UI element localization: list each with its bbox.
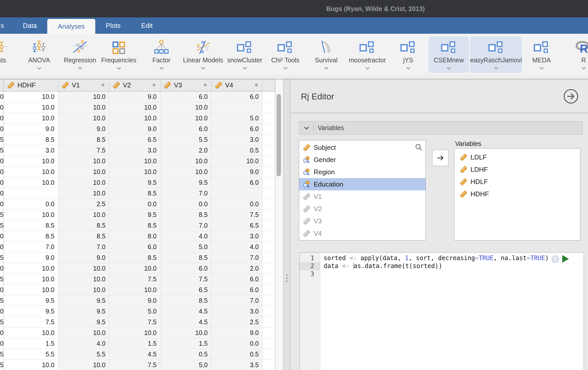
table-cell[interactable]: 10.0 — [109, 113, 160, 124]
table-cell[interactable]: 10.0 — [58, 274, 109, 285]
table-cell[interactable]: 7.0 — [211, 252, 263, 263]
table-cell[interactable]: 10.0 — [160, 328, 211, 338]
table-cell[interactable]: 5.0 — [211, 113, 263, 124]
table-cell[interactable]: 10.0 — [58, 177, 109, 188]
empty-cell[interactable] — [263, 177, 275, 188]
table-cell[interactable]: 8.5 — [160, 252, 211, 263]
empty-cell[interactable] — [263, 328, 275, 338]
table-cell[interactable]: 10.0 — [58, 263, 109, 274]
table-cell[interactable]: 8.0 — [109, 231, 160, 242]
table-cell[interactable]: 10.0 — [109, 102, 160, 113]
table-cell[interactable]: 9.5 — [160, 177, 211, 188]
table-cell[interactable]: 5.0 — [160, 360, 211, 370]
empty-cell[interactable] — [263, 252, 275, 263]
table-cell[interactable]: 8.5 — [58, 220, 109, 231]
empty-cell[interactable] — [263, 274, 275, 285]
table-cell[interactable]: 10.0 — [58, 102, 109, 113]
table-cell[interactable]: 6.0 — [160, 91, 211, 102]
column-header-v2[interactable]: V2 — [109, 79, 160, 91]
table-cell[interactable]: 9.0 — [109, 295, 160, 306]
clipped-cell[interactable]: 0 — [0, 156, 4, 167]
table-cell[interactable]: 9.5 — [58, 306, 109, 317]
table-cell[interactable]: 4.5 — [160, 306, 211, 317]
table-cell[interactable]: 9.5 — [4, 295, 58, 306]
target-variable-ldlf[interactable]: LDLF — [454, 151, 580, 163]
column-header-v1[interactable]: V1 — [58, 79, 109, 91]
table-cell[interactable]: 2.5 — [211, 317, 263, 328]
table-cell[interactable]: 6.0 — [109, 242, 160, 252]
table-cell[interactable]: 7.0 — [211, 295, 263, 306]
empty-cell[interactable] — [263, 91, 275, 102]
table-cell[interactable]: 9.0 — [211, 167, 263, 177]
empty-cell[interactable] — [263, 156, 275, 167]
table-cell[interactable]: 6.0 — [211, 91, 263, 102]
clipped-cell[interactable]: 0 — [0, 124, 4, 134]
clipped-cell[interactable]: 0 — [0, 263, 4, 274]
table-cell[interactable]: 10.0 — [4, 263, 58, 274]
table-cell[interactable]: 7.0 — [160, 220, 211, 231]
code-editor[interactable]: 123 sorted <- apply(data, 1, sort, decre… — [299, 252, 584, 370]
table-cell[interactable]: 2.0 — [211, 263, 263, 274]
clipped-cell[interactable]: 0 — [0, 231, 4, 242]
empty-cell[interactable] — [263, 145, 275, 156]
code-line-3[interactable] — [321, 270, 583, 278]
table-cell[interactable]: 7.0 — [58, 242, 109, 252]
table-cell[interactable]: 7.5 — [4, 317, 58, 328]
column-header-v4[interactable]: V4 — [211, 79, 263, 91]
tab-plots[interactable]: Plots — [100, 17, 126, 34]
move-variable-button[interactable] — [432, 150, 449, 166]
table-cell[interactable]: 5.5 — [4, 349, 58, 360]
code-line-2[interactable]: data <- as.data.frame(t(sorted)) — [321, 262, 583, 270]
table-cell[interactable]: 7.5 — [109, 317, 160, 328]
table-cell[interactable]: 10.0 — [4, 167, 58, 177]
table-cell[interactable]: 8.5 — [4, 134, 58, 145]
table-cell[interactable]: 4.0 — [58, 338, 109, 349]
clipped-cell[interactable]: 5 — [0, 360, 4, 370]
tab-edit[interactable]: Edit — [133, 17, 161, 34]
clipped-cell[interactable]: 0 — [0, 177, 4, 188]
table-cell[interactable]: 8.5 — [109, 252, 160, 263]
table-cell[interactable]: 10.0 — [109, 167, 160, 177]
table-cell[interactable]: 0.5 — [211, 349, 263, 360]
clipped-cell[interactable]: 5 — [0, 252, 4, 263]
target-variable-ldhf[interactable]: LDHF — [454, 163, 580, 176]
table-cell[interactable]: 6.0 — [211, 177, 263, 188]
table-cell[interactable]: 10.0 — [211, 156, 263, 167]
table-cell[interactable]: 5.5 — [160, 134, 211, 145]
table-cell[interactable]: 6.0 — [211, 285, 263, 295]
source-variable-education[interactable]: aEducation — [299, 178, 426, 190]
table-cell[interactable]: 7.5 — [211, 210, 263, 220]
table-cell[interactable]: 10.0 — [109, 156, 160, 167]
clipped-cell[interactable]: 5 — [0, 295, 4, 306]
table-cell[interactable]: 7.0 — [4, 242, 58, 252]
panel-splitter[interactable] — [283, 79, 290, 370]
empty-cell[interactable] — [263, 263, 275, 274]
table-cell[interactable]: 4.0 — [211, 242, 263, 252]
table-cell[interactable]: 8.5 — [58, 134, 109, 145]
empty-cell[interactable] — [263, 167, 275, 177]
table-cell[interactable]: 10.0 — [4, 156, 58, 167]
source-variable-subject[interactable]: Subject — [299, 141, 426, 154]
empty-cell[interactable] — [263, 188, 275, 199]
table-cell[interactable]: 0.0 — [109, 199, 160, 210]
table-cell[interactable]: 8.5 — [160, 295, 211, 306]
table-cell[interactable]: 9.0 — [211, 328, 263, 338]
clipped-cell[interactable]: 0 — [0, 188, 4, 199]
clipped-cell[interactable]: 0 — [0, 91, 4, 102]
table-cell[interactable]: 10.0 — [58, 188, 109, 199]
table-cell[interactable]: 10.0 — [58, 167, 109, 177]
empty-cell[interactable] — [263, 306, 275, 317]
column-header-v3[interactable]: V3 — [160, 79, 211, 91]
table-cell[interactable]: 8.5 — [4, 220, 58, 231]
column-header-hdhf[interactable]: HDHF — [4, 79, 58, 91]
ribbon-item-snowcluster[interactable]: snowCluster — [222, 36, 268, 73]
table-cell[interactable]: 10.0 — [4, 177, 58, 188]
table-cell[interactable]: 9.0 — [4, 252, 58, 263]
empty-cell[interactable] — [263, 220, 275, 231]
table-cell[interactable]: 10.0 — [160, 113, 211, 124]
table-cell[interactable]: 9.5 — [4, 306, 58, 317]
code-line-1[interactable]: sorted <- apply(data, 1, sort, decreasin… — [321, 254, 583, 262]
ribbon-item-regression[interactable]: Regression — [58, 36, 102, 73]
table-cell[interactable]: 4.0 — [160, 231, 211, 242]
clipped-cell[interactable]: 0 — [0, 285, 4, 295]
